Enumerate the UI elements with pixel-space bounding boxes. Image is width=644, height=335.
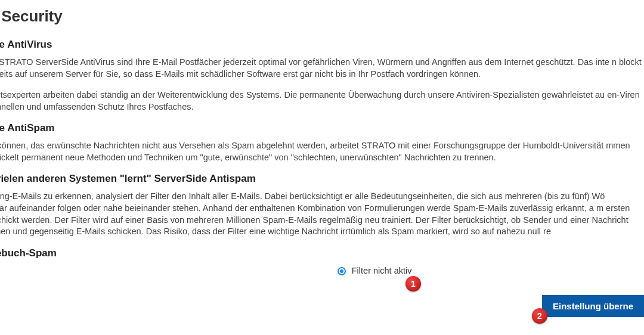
learn-heading: atz zu vielen anderen Systemen "lernt" S… — [0, 173, 644, 185]
guestbook-heading: n Gästebuch-Spam — [0, 247, 644, 259]
av-heading: rverSide AntiVirus — [0, 39, 644, 51]
av-para2: Sicherheitsexperten arbeiten dabei ständ… — [0, 89, 644, 113]
annotation-marker-2: 2 — [532, 308, 547, 324]
filter-radio-group: v Filter nicht aktiv — [0, 265, 644, 276]
radio-icon — [338, 267, 346, 275]
annotation-marker-1: 1 — [405, 276, 421, 291]
filter-inactive-label: Filter nicht aktiv — [352, 266, 412, 275]
page-title: Side Security — [0, 7, 644, 26]
learn-para: nd Phishing-E-Mails zu erkennen, analysi… — [0, 191, 644, 237]
av-para1: ovativen STRATO ServerSide AntiVirus sin… — [0, 57, 644, 80]
as-heading: rverSide AntiSpam — [0, 122, 644, 134]
as-para1: her sein können, das erwünschte Nachrich… — [0, 140, 644, 163]
filter-inactive-option[interactable]: Filter nicht aktiv — [338, 266, 412, 275]
apply-settings-button[interactable]: Einstellung überne — [542, 295, 644, 317]
